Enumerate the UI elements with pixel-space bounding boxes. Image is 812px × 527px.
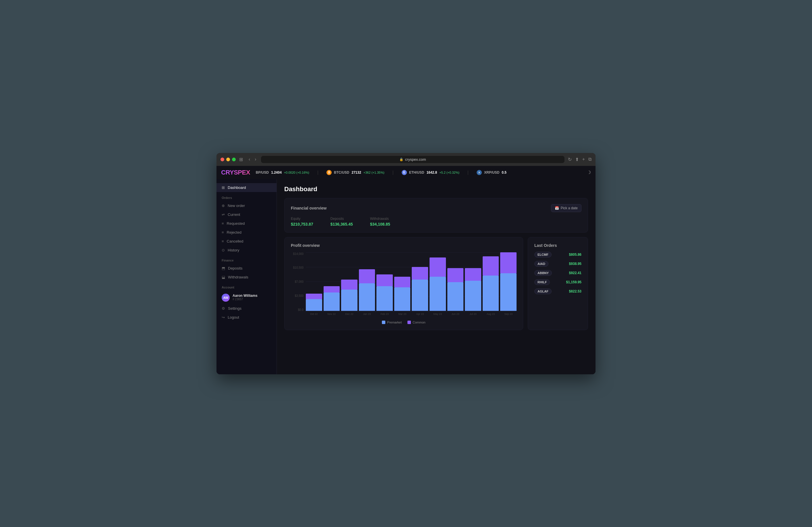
sidebar-toggle-button[interactable]: ⊞: [239, 157, 243, 162]
bar-group-8: [447, 252, 464, 311]
bar-premarket-3: [359, 283, 375, 311]
cancelled-icon: ≡: [222, 239, 224, 244]
sidebar-item-withdrawals[interactable]: ⬓ Withdrawals: [217, 273, 276, 282]
bar-common-8: [447, 268, 464, 282]
deposits-metric: Deposits $136,365.45: [331, 217, 353, 226]
y-label-3: $3,500: [294, 294, 304, 297]
ethusd-change: +5.2 (+0.32%): [439, 171, 460, 174]
sidebar-withdrawals-label: Withdrawals: [228, 275, 248, 279]
order-value-1: $938.95: [569, 262, 581, 266]
last-orders-title: Last Orders: [534, 243, 581, 248]
y-label-2: $7,000: [294, 280, 304, 283]
sidebar-settings-label: Settings: [228, 306, 242, 311]
x-label-0: Oct 22: [306, 312, 322, 318]
ticker-item-eth: E ETH/USD 1642.8 +5.2 (+0.32%): [402, 170, 460, 175]
sidebar-item-logout[interactable]: ↪ Logout: [217, 313, 276, 322]
sidebar-item-settings[interactable]: ⚙ Settings: [217, 304, 276, 313]
withdrawals-label: Withdrawals: [370, 217, 390, 221]
bar-group-6: [412, 252, 428, 311]
address-bar[interactable]: 🔒 cryspex.com: [261, 156, 565, 163]
btc-icon: ₿: [327, 170, 332, 175]
x-label-5: Mar 23: [394, 312, 410, 318]
pick-date-button[interactable]: 📅 Pick a date: [551, 204, 581, 212]
order-value-0: $805.86: [569, 253, 581, 257]
ticker-items: BP/USD 1.2404 +0.0020 (+0.16%) | ₿ BTC/U…: [256, 170, 587, 175]
back-button[interactable]: ‹: [247, 156, 251, 162]
equity-value: $210,753.87: [291, 222, 313, 226]
theme-toggle-button[interactable]: ☽: [587, 170, 591, 175]
equity-label: Equity: [291, 217, 313, 221]
sidebar-item-history[interactable]: ⊙ History: [217, 246, 276, 254]
logout-icon: ↪: [222, 315, 225, 320]
bar-stack-8: [447, 252, 464, 311]
last-orders-list: ELCMF$805.86AIAD$938.95ABBNY$922.41RHILF…: [534, 252, 581, 294]
chart-y-axis: $14,000 $10,500 $7,000 $3,500 $0.0: [291, 252, 306, 311]
url-text: cryspex.com: [405, 157, 426, 162]
order-ticker-1: AIAD: [534, 261, 548, 267]
bar-stack-2: [341, 252, 358, 311]
financial-metrics: Equity $210,753.87 Deposits $136,365.45 …: [291, 217, 581, 226]
sidebar-new-order-label: New order: [228, 204, 245, 208]
sidebar-history-label: History: [228, 248, 239, 252]
withdrawals-metric: Withdrawals $34,108.85: [370, 217, 390, 226]
forward-button[interactable]: ›: [253, 156, 257, 162]
sidebar-item-requested[interactable]: ≡ Requested: [217, 219, 276, 228]
sidebar-item-dashboard[interactable]: ⊞ Dashboard: [217, 183, 276, 192]
traffic-lights: [220, 158, 236, 161]
ticker-bar: CRYSPEX BP/USD 1.2404 +0.0020 (+0.16%) |…: [217, 166, 595, 179]
bar-group-0: [306, 252, 322, 311]
history-icon: ⊙: [222, 248, 225, 252]
browser-nav: ‹ ›: [247, 156, 258, 162]
bar-group-1: [323, 252, 340, 311]
pick-date-label: Pick a date: [561, 206, 578, 210]
ticker-item-bpusd: BP/USD 1.2404 +0.0020 (+0.16%): [256, 171, 309, 175]
sidebar: ⊞ Dashboard Orders ⊕ New order ⇌ Current…: [217, 179, 277, 374]
bar-stack-1: [323, 252, 340, 311]
user-info: Aaron Williams # 23657: [233, 294, 258, 301]
user-id: # 23657: [233, 298, 258, 301]
minimize-button[interactable]: [226, 158, 230, 161]
bar-stack-0: [306, 252, 322, 311]
order-ticker-0: ELCMF: [534, 252, 552, 258]
divider1: |: [317, 170, 318, 175]
ticker-right: ☽: [587, 170, 591, 175]
x-label-2: Dec 22: [341, 312, 358, 318]
dashboard-icon: ⊞: [222, 186, 225, 190]
tabs-button[interactable]: ⧉: [588, 157, 592, 162]
bar-premarket-6: [412, 280, 428, 311]
bar-common-0: [306, 294, 322, 299]
share-button[interactable]: ⬆: [575, 157, 579, 162]
order-ticker-3: RHILF: [534, 279, 550, 285]
sidebar-dashboard-label: Dashboard: [228, 186, 246, 190]
btcusd-symbol: BTC/USD: [334, 171, 349, 175]
bar-premarket-7: [430, 277, 446, 311]
dashboard-row: Profit overview $14,000 $10,500 $7,000 $…: [284, 237, 588, 335]
bar-stack-4: [376, 252, 393, 311]
order-row-2: ABBNY$922.41: [534, 270, 581, 276]
browser-chrome: ⊞ ‹ › 🔒 cryspex.com ↻ ⬆ + ⧉: [217, 153, 595, 166]
maximize-button[interactable]: [232, 158, 236, 161]
bar-common-2: [341, 280, 358, 290]
common-dot: [407, 321, 411, 324]
sidebar-item-new-order[interactable]: ⊕ New order: [217, 201, 276, 210]
bar-stack-6: [412, 252, 428, 311]
sidebar-item-cancelled[interactable]: ≡ Cancelled: [217, 237, 276, 246]
bpusd-price: 1.2404: [271, 171, 282, 175]
xrpusd-symbol: XRP/USD: [484, 171, 499, 175]
sidebar-item-rejected[interactable]: ≡ Rejected: [217, 228, 276, 237]
bar-premarket-11: [500, 273, 517, 311]
close-button[interactable]: [220, 158, 224, 161]
divider2: |: [392, 170, 394, 175]
deposits-value: $136,365.45: [331, 222, 353, 226]
sidebar-item-deposits[interactable]: ⬒ Deposits: [217, 264, 276, 273]
rejected-icon: ≡: [222, 230, 224, 235]
order-row-0: ELCMF$805.86: [534, 252, 581, 258]
order-row-4: AGLAF$822.53: [534, 289, 581, 294]
chart-x-axis: Oct 22Nov 22Dec 22Jan 23Feb 23Mar 23Apr …: [306, 312, 517, 318]
bar-group-2: [341, 252, 358, 311]
reload-button[interactable]: ↻: [568, 157, 572, 162]
new-tab-button[interactable]: +: [582, 157, 585, 162]
sidebar-item-user[interactable]: AW Aaron Williams # 23657: [217, 291, 276, 304]
bar-common-1: [323, 286, 340, 292]
sidebar-item-current[interactable]: ⇌ Current: [217, 210, 276, 219]
